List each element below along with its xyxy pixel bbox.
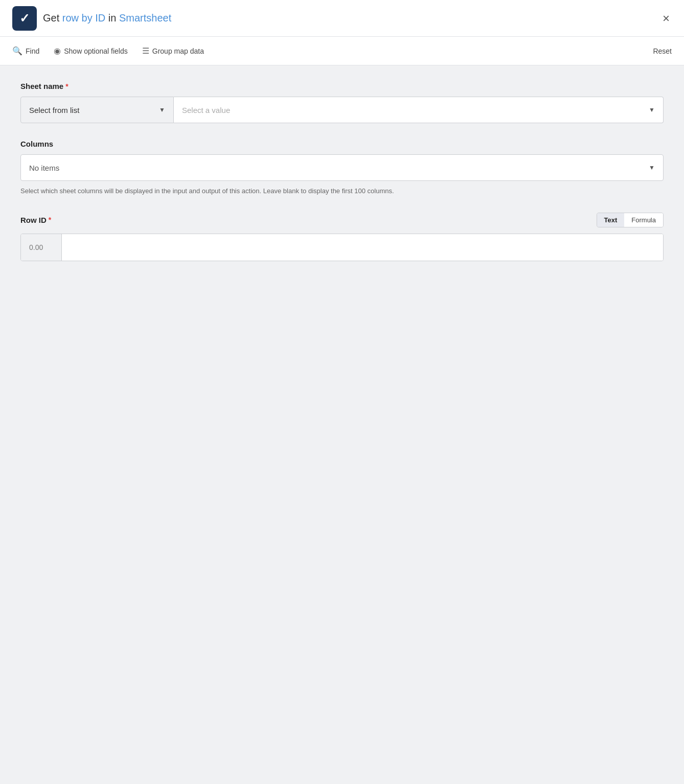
find-label: Find [26,47,39,55]
row-id-label: Row ID [20,216,47,224]
form-content: Sheet name * Select from list ▼ Select a… [0,65,684,784]
chevron-down-icon-2: ▼ [649,106,655,113]
chevron-down-icon-3: ▼ [649,164,655,171]
reset-button[interactable]: Reset [653,47,672,55]
toolbar: 🔍 Find ◉ Show optional fields ☰ Group ma… [0,37,684,65]
app-logo: ✓ [12,6,37,31]
row-id-header-row: Row ID * Text Formula [20,213,664,227]
columns-helper-text: Select which sheet columns will be displ… [20,186,664,196]
find-toolbar-item[interactable]: 🔍 Find [12,46,39,56]
title-prefix: Get [43,12,62,24]
eye-icon: ◉ [54,46,61,56]
show-optional-fields-label: Show optional fields [64,47,128,55]
close-button[interactable]: × [660,10,672,27]
formula-toggle-button[interactable]: Formula [624,213,663,227]
columns-section: Columns No items ▼ Select which sheet co… [20,140,664,196]
logo-icon: ✓ [19,11,30,26]
show-optional-fields-toolbar-item[interactable]: ◉ Show optional fields [54,46,128,56]
row-id-label-row: Row ID * [20,216,51,224]
group-icon: ☰ [142,46,149,56]
columns-multiselect[interactable]: No items ▼ [20,154,664,181]
row-id-required: * [49,216,51,224]
group-map-data-label: Group map data [152,47,204,55]
columns-no-items: No items [29,164,59,172]
select-a-value-placeholder: Select a value [182,106,230,114]
modal-container: ✓ Get row by ID in Smartsheet × 🔍 Find ◉… [0,0,684,784]
row-id-section: Row ID * Text Formula 0.00 [20,213,664,261]
row-id-input-row: 0.00 [20,234,664,261]
row-id-input[interactable] [62,234,663,261]
group-map-data-toolbar-item[interactable]: ☰ Group map data [142,46,204,56]
text-formula-toggle: Text Formula [597,213,664,227]
sheet-name-fields: Select from list ▼ Select a value ▼ [20,97,664,123]
search-icon: 🔍 [12,46,22,56]
chevron-down-icon: ▼ [159,106,165,113]
sheet-name-label: Sheet name [20,82,63,90]
select-from-list-label: Select from list [29,106,79,114]
columns-label-row: Columns [20,140,664,148]
title-highlight-smartsheet: Smartsheet [119,12,171,24]
modal-header: ✓ Get row by ID in Smartsheet × [0,0,684,37]
text-toggle-button[interactable]: Text [597,213,625,227]
title-highlight-row: row by ID [62,12,105,24]
sheet-name-section: Sheet name * Select from list ▼ Select a… [20,82,664,123]
sheet-name-required: * [65,82,68,90]
header-left: ✓ Get row by ID in Smartsheet [12,6,171,31]
select-a-value-dropdown[interactable]: Select a value ▼ [174,97,664,123]
row-id-prefix: 0.00 [21,234,62,261]
title-middle: in [105,12,119,24]
sheet-name-label-row: Sheet name * [20,82,664,90]
select-from-list-dropdown[interactable]: Select from list ▼ [20,97,174,123]
columns-label: Columns [20,140,53,148]
modal-title: Get row by ID in Smartsheet [43,12,171,24]
